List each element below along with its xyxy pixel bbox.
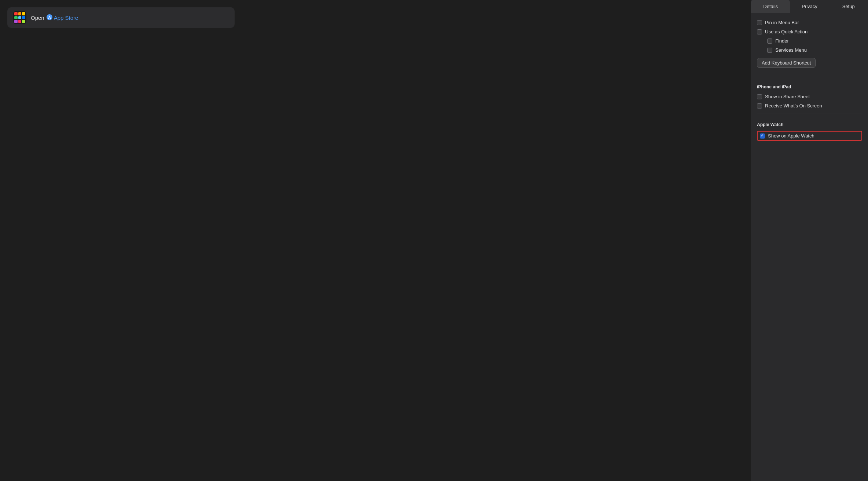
svg-text:A: A <box>48 15 51 19</box>
show-share-sheet-label: Show in Share Sheet <box>765 94 810 99</box>
finder-checkbox[interactable] <box>767 38 772 44</box>
show-share-sheet-checkbox[interactable] <box>757 94 762 99</box>
show-apple-watch-label: Show on Apple Watch <box>768 133 814 139</box>
tab-setup[interactable]: Setup <box>829 0 868 13</box>
finder-label: Finder <box>775 38 789 44</box>
icon-dot <box>14 20 18 23</box>
icon-dot <box>18 16 22 19</box>
divider-2 <box>757 114 862 114</box>
receive-on-screen-checkbox[interactable] <box>757 103 762 109</box>
show-share-sheet-row: Show in Share Sheet <box>757 93 862 100</box>
iphone-ipad-section-label: iPhone and iPad <box>757 84 862 89</box>
icon-dot <box>14 12 18 15</box>
pin-menu-bar-checkbox[interactable] <box>757 20 762 25</box>
services-menu-row: Services Menu <box>757 47 862 54</box>
shortcut-app-icon <box>13 11 26 24</box>
receive-on-screen-row: Receive What's On Screen <box>757 102 862 109</box>
icon-dot <box>22 16 25 19</box>
add-keyboard-shortcut-button[interactable]: Add Keyboard Shortcut <box>757 58 816 68</box>
open-label: Open <box>31 15 44 21</box>
icon-dot <box>14 16 18 19</box>
tab-privacy[interactable]: Privacy <box>790 0 829 13</box>
quick-action-row: Use as Quick Action <box>757 28 862 35</box>
right-panel: Details Privacy Setup Pin in Menu Bar Us… <box>751 0 868 481</box>
app-store-icon: A <box>47 14 52 20</box>
tab-details[interactable]: Details <box>751 0 790 13</box>
pin-menu-bar-label: Pin in Menu Bar <box>765 20 799 25</box>
icon-dot <box>18 12 22 15</box>
tabs-row: Details Privacy Setup <box>751 0 868 13</box>
apple-watch-section-label: Apple Watch <box>757 122 862 127</box>
panel-body: Pin in Menu Bar Use as Quick Action Find… <box>751 13 868 147</box>
shortcut-bar: Open A App Store <box>7 7 235 28</box>
show-apple-watch-row: Show on Apple Watch <box>757 131 862 141</box>
icon-dot <box>22 20 25 23</box>
icon-dot <box>18 20 22 23</box>
main-content: Open A App Store <box>0 0 751 481</box>
show-apple-watch-checkbox[interactable] <box>760 133 765 139</box>
services-menu-checkbox[interactable] <box>767 48 772 53</box>
icon-dot <box>22 12 25 15</box>
finder-row: Finder <box>757 37 862 44</box>
divider-1 <box>757 76 862 76</box>
services-menu-label: Services Menu <box>775 47 807 53</box>
app-store-label: App Store <box>54 15 78 21</box>
quick-action-label: Use as Quick Action <box>765 29 808 34</box>
receive-on-screen-label: Receive What's On Screen <box>765 103 822 109</box>
pin-menu-bar-row: Pin in Menu Bar <box>757 19 862 26</box>
quick-action-checkbox[interactable] <box>757 29 762 34</box>
